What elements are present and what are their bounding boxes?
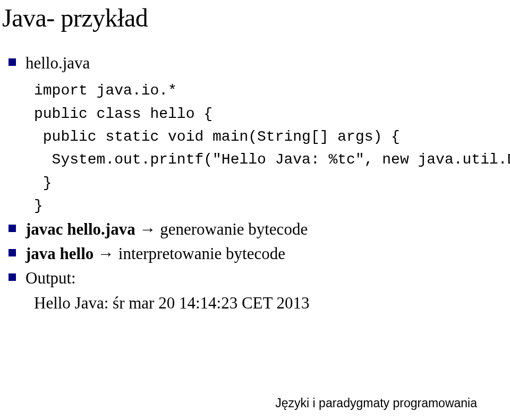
code-line: public static void main(String[] args) { bbox=[34, 128, 400, 145]
bullet-square-icon bbox=[8, 225, 16, 232]
bullet-square-icon bbox=[8, 249, 16, 256]
code-line: } bbox=[34, 198, 43, 214]
code-block: import java.io.* public class hello { pu… bbox=[34, 79, 510, 217]
description-text: → generowanie bytecode bbox=[135, 220, 308, 238]
bullet-square-icon bbox=[8, 273, 16, 281]
command-text: java hello bbox=[26, 244, 94, 263]
slide-title: Java- przykład bbox=[2, 3, 510, 32]
bullet-text: javac hello.java → generowanie bytecode bbox=[26, 219, 308, 240]
footer-text: Języki i paradygmaty programowania bbox=[275, 396, 477, 410]
bullet-square-icon bbox=[8, 58, 16, 66]
bullet-text: java hello → interpretowanie bytecode bbox=[26, 243, 285, 264]
code-line: public class hello { bbox=[34, 106, 212, 122]
code-line: import java.io.* bbox=[34, 82, 177, 99]
bullet-text: hello.java bbox=[26, 53, 90, 74]
code-line: } bbox=[34, 175, 52, 191]
description-text: → interpretowanie bytecode bbox=[94, 244, 285, 263]
bullet-item: hello.java bbox=[8, 53, 510, 74]
output-line: Hello Java: śr mar 20 14:14:23 CET 2013 bbox=[34, 293, 510, 314]
code-line: System.out.printf("Hello Java: %tc", new… bbox=[34, 151, 510, 168]
command-text: javac hello.java bbox=[26, 220, 135, 238]
bullet-item: java hello → interpretowanie bytecode bbox=[8, 243, 510, 264]
slide-content: hello.java import java.io.* public class… bbox=[8, 53, 510, 314]
bullet-item: javac hello.java → generowanie bytecode bbox=[8, 219, 510, 240]
bullet-text: Output: bbox=[26, 268, 76, 289]
bullet-item: Output: bbox=[8, 268, 510, 289]
